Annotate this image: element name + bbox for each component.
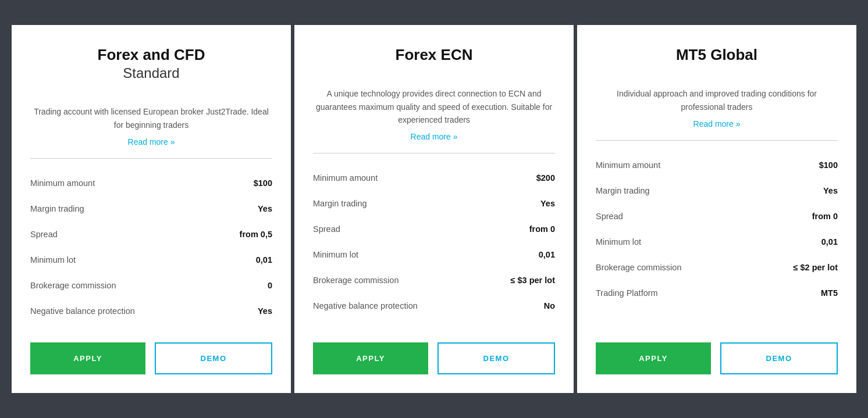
feature-value: Yes: [540, 199, 555, 208]
card-header-forex-cfd: Forex and CFDStandard: [30, 46, 272, 82]
feature-label: Minimum lot: [596, 237, 641, 246]
table-row: Spreadfrom 0,5: [30, 221, 272, 247]
buttons-mt5-global: APPLYDEMO: [596, 342, 838, 374]
table-row: Minimum amount$100: [596, 152, 838, 178]
demo-button-forex-ecn[interactable]: DEMO: [437, 342, 555, 374]
feature-label: Brokerage commission: [596, 263, 681, 272]
feature-value: 0,01: [256, 255, 272, 265]
card-title-light-forex-cfd: Standard: [30, 64, 272, 82]
table-row: Margin tradingYes: [30, 196, 272, 221]
feature-label: Spread: [596, 212, 623, 221]
feature-value: 0: [268, 281, 272, 290]
feature-value: MT5: [821, 288, 838, 298]
features-list-forex-cfd: Minimum amount$100Margin tradingYesSprea…: [30, 170, 272, 324]
table-row: Trading PlatformMT5: [596, 280, 838, 306]
feature-label: Spread: [313, 224, 340, 234]
card-forex-ecn: Forex ECNA unique technology provides di…: [294, 25, 574, 393]
feature-value: ≤ $3 per lot: [511, 276, 555, 285]
card-title-bold-forex-cfd: Forex and CFD: [30, 46, 272, 64]
card-header-forex-ecn: Forex ECN: [313, 46, 555, 64]
apply-button-forex-ecn[interactable]: APPLY: [313, 342, 428, 374]
feature-value: from 0,5: [240, 230, 272, 239]
feature-label: Brokerage commission: [313, 276, 399, 285]
table-row: Minimum amount$100: [30, 170, 272, 196]
feature-label: Margin trading: [313, 199, 367, 208]
card-mt5-global: MT5 GlobalIndividual approach and improv…: [577, 25, 856, 393]
table-row: Minimum lot0,01: [30, 247, 272, 273]
card-description-mt5-global: Individual approach and improved trading…: [596, 87, 838, 113]
feature-label: Trading Platform: [596, 288, 658, 298]
feature-value: $100: [819, 160, 838, 170]
read-more-link-mt5-global[interactable]: Read more »: [596, 119, 838, 128]
feature-value: 0,01: [821, 237, 838, 246]
feature-value: $200: [536, 173, 555, 183]
read-more-link-forex-cfd[interactable]: Read more »: [30, 137, 272, 147]
divider-forex-cfd: [30, 158, 272, 159]
feature-value: Yes: [258, 204, 272, 213]
feature-value: from 0: [812, 212, 838, 221]
table-row: Brokerage commission≤ $3 per lot: [313, 267, 555, 293]
feature-value: $100: [254, 178, 272, 188]
card-title-mt5-global: MT5 Global: [596, 46, 838, 64]
table-row: Margin tradingYes: [596, 178, 838, 203]
cards-container: Forex and CFDStandardTrading account wit…: [12, 25, 856, 393]
feature-label: Minimum amount: [30, 178, 95, 188]
feature-value: Yes: [258, 306, 272, 316]
feature-label: Minimum amount: [596, 160, 660, 170]
table-row: Minimum lot0,01: [596, 229, 838, 255]
card-header-mt5-global: MT5 Global: [596, 46, 838, 64]
table-row: Spreadfrom 0: [596, 203, 838, 229]
demo-button-mt5-global[interactable]: DEMO: [720, 342, 838, 374]
buttons-forex-cfd: APPLYDEMO: [30, 342, 272, 374]
table-row: Negative balance protectionNo: [313, 293, 555, 319]
demo-button-forex-cfd[interactable]: DEMO: [155, 342, 272, 374]
feature-label: Minimum amount: [313, 173, 378, 183]
feature-label: Margin trading: [30, 204, 84, 213]
feature-value: No: [544, 301, 555, 310]
card-forex-cfd: Forex and CFDStandardTrading account wit…: [12, 25, 291, 393]
features-list-mt5-global: Minimum amount$100Margin tradingYesSprea…: [596, 152, 838, 324]
feature-value: Yes: [823, 186, 838, 195]
table-row: Spreadfrom 0: [313, 216, 555, 242]
divider-mt5-global: [596, 140, 838, 141]
table-row: Brokerage commission0: [30, 273, 272, 298]
divider-forex-ecn: [313, 153, 555, 153]
table-row: Margin tradingYes: [313, 191, 555, 216]
table-row: Negative balance protectionYes: [30, 298, 272, 324]
feature-label: Negative balance protection: [30, 306, 135, 316]
feature-label: Spread: [30, 230, 58, 239]
feature-value: from 0: [529, 224, 555, 234]
read-more-link-forex-ecn[interactable]: Read more »: [313, 132, 555, 141]
feature-label: Margin trading: [596, 186, 650, 195]
features-list-forex-ecn: Minimum amount$200Margin tradingYesSprea…: [313, 165, 555, 324]
card-title-forex-ecn: Forex ECN: [313, 46, 555, 64]
table-row: Brokerage commission≤ $2 per lot: [596, 255, 838, 280]
feature-value: ≤ $2 per lot: [794, 263, 838, 272]
feature-label: Minimum lot: [30, 255, 76, 265]
feature-label: Minimum lot: [313, 250, 358, 259]
buttons-forex-ecn: APPLYDEMO: [313, 342, 555, 374]
apply-button-mt5-global[interactable]: APPLY: [596, 342, 711, 374]
table-row: Minimum amount$200: [313, 165, 555, 191]
card-description-forex-cfd: Trading account with licensed European b…: [30, 105, 272, 131]
feature-label: Negative balance protection: [313, 301, 418, 310]
apply-button-forex-cfd[interactable]: APPLY: [30, 342, 145, 374]
feature-label: Brokerage commission: [30, 281, 116, 290]
table-row: Minimum lot0,01: [313, 242, 555, 267]
card-description-forex-ecn: A unique technology provides direct conn…: [313, 87, 555, 126]
feature-value: 0,01: [539, 250, 555, 259]
